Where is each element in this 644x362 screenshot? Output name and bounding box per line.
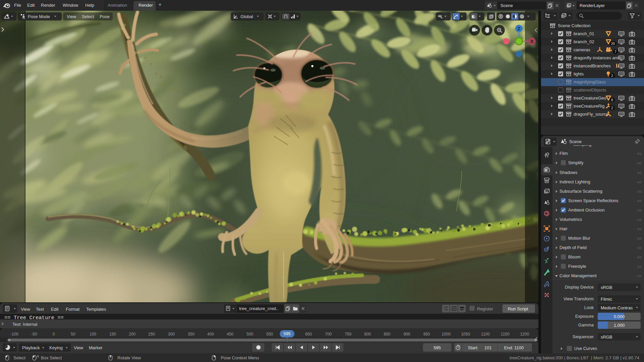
svg-text:X: X: [531, 39, 534, 44]
svg-text:Z: Z: [518, 26, 520, 31]
